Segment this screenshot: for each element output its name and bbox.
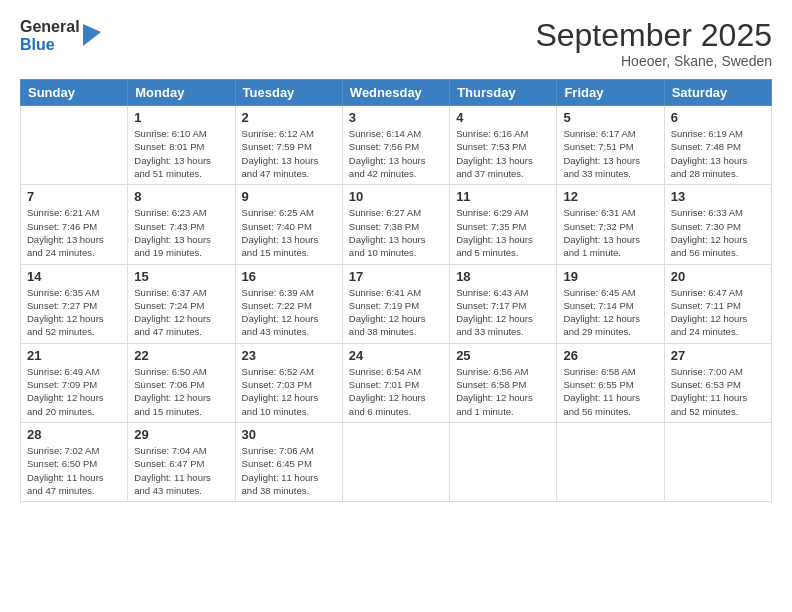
calendar-cell: 3Sunrise: 6:14 AM Sunset: 7:56 PM Daylig… bbox=[342, 106, 449, 185]
calendar-cell bbox=[664, 422, 771, 501]
calendar-cell: 10Sunrise: 6:27 AM Sunset: 7:38 PM Dayli… bbox=[342, 185, 449, 264]
day-info: Sunrise: 6:47 AM Sunset: 7:11 PM Dayligh… bbox=[671, 286, 765, 339]
calendar-cell: 21Sunrise: 6:49 AM Sunset: 7:09 PM Dayli… bbox=[21, 343, 128, 422]
calendar-cell: 16Sunrise: 6:39 AM Sunset: 7:22 PM Dayli… bbox=[235, 264, 342, 343]
calendar-week-4: 28Sunrise: 7:02 AM Sunset: 6:50 PM Dayli… bbox=[21, 422, 772, 501]
calendar-cell: 30Sunrise: 7:06 AM Sunset: 6:45 PM Dayli… bbox=[235, 422, 342, 501]
day-number: 12 bbox=[563, 189, 657, 204]
calendar-cell: 8Sunrise: 6:23 AM Sunset: 7:43 PM Daylig… bbox=[128, 185, 235, 264]
logo-icon bbox=[83, 24, 101, 46]
calendar-cell: 13Sunrise: 6:33 AM Sunset: 7:30 PM Dayli… bbox=[664, 185, 771, 264]
day-info: Sunrise: 7:00 AM Sunset: 6:53 PM Dayligh… bbox=[671, 365, 765, 418]
calendar-cell: 17Sunrise: 6:41 AM Sunset: 7:19 PM Dayli… bbox=[342, 264, 449, 343]
day-number: 8 bbox=[134, 189, 228, 204]
day-number: 27 bbox=[671, 348, 765, 363]
day-number: 16 bbox=[242, 269, 336, 284]
day-info: Sunrise: 6:39 AM Sunset: 7:22 PM Dayligh… bbox=[242, 286, 336, 339]
calendar-cell: 27Sunrise: 7:00 AM Sunset: 6:53 PM Dayli… bbox=[664, 343, 771, 422]
calendar-cell: 5Sunrise: 6:17 AM Sunset: 7:51 PM Daylig… bbox=[557, 106, 664, 185]
header: General Blue September 2025 Hoeoer, Skan… bbox=[20, 18, 772, 69]
day-info: Sunrise: 6:37 AM Sunset: 7:24 PM Dayligh… bbox=[134, 286, 228, 339]
calendar-cell: 20Sunrise: 6:47 AM Sunset: 7:11 PM Dayli… bbox=[664, 264, 771, 343]
day-number: 23 bbox=[242, 348, 336, 363]
logo-blue: Blue bbox=[20, 36, 80, 54]
day-number: 6 bbox=[671, 110, 765, 125]
day-number: 11 bbox=[456, 189, 550, 204]
day-info: Sunrise: 7:04 AM Sunset: 6:47 PM Dayligh… bbox=[134, 444, 228, 497]
calendar-cell: 9Sunrise: 6:25 AM Sunset: 7:40 PM Daylig… bbox=[235, 185, 342, 264]
calendar-cell: 12Sunrise: 6:31 AM Sunset: 7:32 PM Dayli… bbox=[557, 185, 664, 264]
day-number: 21 bbox=[27, 348, 121, 363]
calendar-cell: 24Sunrise: 6:54 AM Sunset: 7:01 PM Dayli… bbox=[342, 343, 449, 422]
day-info: Sunrise: 6:27 AM Sunset: 7:38 PM Dayligh… bbox=[349, 206, 443, 259]
day-info: Sunrise: 6:23 AM Sunset: 7:43 PM Dayligh… bbox=[134, 206, 228, 259]
day-info: Sunrise: 6:45 AM Sunset: 7:14 PM Dayligh… bbox=[563, 286, 657, 339]
day-number: 14 bbox=[27, 269, 121, 284]
header-row: Sunday Monday Tuesday Wednesday Thursday… bbox=[21, 80, 772, 106]
calendar-cell: 26Sunrise: 6:58 AM Sunset: 6:55 PM Dayli… bbox=[557, 343, 664, 422]
calendar-cell: 11Sunrise: 6:29 AM Sunset: 7:35 PM Dayli… bbox=[450, 185, 557, 264]
day-number: 9 bbox=[242, 189, 336, 204]
day-number: 5 bbox=[563, 110, 657, 125]
day-number: 19 bbox=[563, 269, 657, 284]
calendar-cell: 7Sunrise: 6:21 AM Sunset: 7:46 PM Daylig… bbox=[21, 185, 128, 264]
day-number: 10 bbox=[349, 189, 443, 204]
calendar-cell: 22Sunrise: 6:50 AM Sunset: 7:06 PM Dayli… bbox=[128, 343, 235, 422]
logo-general: General bbox=[20, 18, 80, 36]
day-number: 29 bbox=[134, 427, 228, 442]
day-number: 30 bbox=[242, 427, 336, 442]
calendar-cell: 19Sunrise: 6:45 AM Sunset: 7:14 PM Dayli… bbox=[557, 264, 664, 343]
calendar-cell: 1Sunrise: 6:10 AM Sunset: 8:01 PM Daylig… bbox=[128, 106, 235, 185]
day-info: Sunrise: 6:19 AM Sunset: 7:48 PM Dayligh… bbox=[671, 127, 765, 180]
calendar-cell: 15Sunrise: 6:37 AM Sunset: 7:24 PM Dayli… bbox=[128, 264, 235, 343]
day-number: 2 bbox=[242, 110, 336, 125]
calendar-cell: 4Sunrise: 6:16 AM Sunset: 7:53 PM Daylig… bbox=[450, 106, 557, 185]
day-info: Sunrise: 6:52 AM Sunset: 7:03 PM Dayligh… bbox=[242, 365, 336, 418]
month-title: September 2025 bbox=[535, 18, 772, 53]
day-info: Sunrise: 6:56 AM Sunset: 6:58 PM Dayligh… bbox=[456, 365, 550, 418]
day-number: 24 bbox=[349, 348, 443, 363]
day-info: Sunrise: 6:14 AM Sunset: 7:56 PM Dayligh… bbox=[349, 127, 443, 180]
day-info: Sunrise: 6:29 AM Sunset: 7:35 PM Dayligh… bbox=[456, 206, 550, 259]
day-info: Sunrise: 6:41 AM Sunset: 7:19 PM Dayligh… bbox=[349, 286, 443, 339]
calendar-table: Sunday Monday Tuesday Wednesday Thursday… bbox=[20, 79, 772, 502]
calendar-week-1: 7Sunrise: 6:21 AM Sunset: 7:46 PM Daylig… bbox=[21, 185, 772, 264]
calendar-cell: 23Sunrise: 6:52 AM Sunset: 7:03 PM Dayli… bbox=[235, 343, 342, 422]
day-info: Sunrise: 6:31 AM Sunset: 7:32 PM Dayligh… bbox=[563, 206, 657, 259]
day-number: 4 bbox=[456, 110, 550, 125]
svg-marker-0 bbox=[83, 24, 101, 46]
col-friday: Friday bbox=[557, 80, 664, 106]
calendar-cell: 6Sunrise: 6:19 AM Sunset: 7:48 PM Daylig… bbox=[664, 106, 771, 185]
day-number: 20 bbox=[671, 269, 765, 284]
calendar-week-0: 1Sunrise: 6:10 AM Sunset: 8:01 PM Daylig… bbox=[21, 106, 772, 185]
calendar-cell: 2Sunrise: 6:12 AM Sunset: 7:59 PM Daylig… bbox=[235, 106, 342, 185]
title-block: September 2025 Hoeoer, Skane, Sweden bbox=[535, 18, 772, 69]
calendar-cell: 25Sunrise: 6:56 AM Sunset: 6:58 PM Dayli… bbox=[450, 343, 557, 422]
col-tuesday: Tuesday bbox=[235, 80, 342, 106]
day-number: 7 bbox=[27, 189, 121, 204]
calendar-week-3: 21Sunrise: 6:49 AM Sunset: 7:09 PM Dayli… bbox=[21, 343, 772, 422]
day-info: Sunrise: 6:25 AM Sunset: 7:40 PM Dayligh… bbox=[242, 206, 336, 259]
day-info: Sunrise: 6:50 AM Sunset: 7:06 PM Dayligh… bbox=[134, 365, 228, 418]
day-number: 17 bbox=[349, 269, 443, 284]
day-info: Sunrise: 6:35 AM Sunset: 7:27 PM Dayligh… bbox=[27, 286, 121, 339]
col-wednesday: Wednesday bbox=[342, 80, 449, 106]
calendar-cell bbox=[21, 106, 128, 185]
day-info: Sunrise: 6:54 AM Sunset: 7:01 PM Dayligh… bbox=[349, 365, 443, 418]
day-number: 1 bbox=[134, 110, 228, 125]
day-number: 13 bbox=[671, 189, 765, 204]
day-info: Sunrise: 6:10 AM Sunset: 8:01 PM Dayligh… bbox=[134, 127, 228, 180]
day-number: 28 bbox=[27, 427, 121, 442]
day-info: Sunrise: 6:17 AM Sunset: 7:51 PM Dayligh… bbox=[563, 127, 657, 180]
day-info: Sunrise: 6:21 AM Sunset: 7:46 PM Dayligh… bbox=[27, 206, 121, 259]
logo: General Blue bbox=[20, 18, 101, 53]
day-number: 22 bbox=[134, 348, 228, 363]
day-number: 3 bbox=[349, 110, 443, 125]
day-number: 26 bbox=[563, 348, 657, 363]
day-number: 15 bbox=[134, 269, 228, 284]
calendar-cell bbox=[342, 422, 449, 501]
logo-text: General Blue bbox=[20, 18, 80, 53]
day-info: Sunrise: 6:12 AM Sunset: 7:59 PM Dayligh… bbox=[242, 127, 336, 180]
calendar-cell bbox=[450, 422, 557, 501]
calendar-cell: 29Sunrise: 7:04 AM Sunset: 6:47 PM Dayli… bbox=[128, 422, 235, 501]
